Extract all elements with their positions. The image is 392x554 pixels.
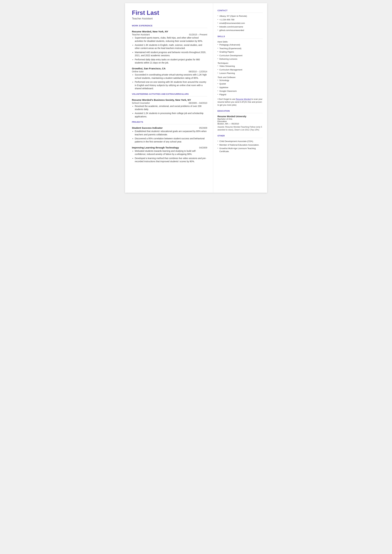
volunteer-1-header-row: Resume Worded's Business Society, New Yo… — [132, 98, 207, 101]
projects-divider — [132, 124, 207, 124]
education-divider — [217, 113, 263, 113]
other-list: Child Development Associate (CDA). Membe… — [217, 140, 263, 153]
promo-link[interactable]: Resume Worded — [236, 98, 251, 100]
other-title: OTHER — [217, 135, 263, 137]
volunteer-1-company: Resume Worded's Business Society, New Yo… — [132, 98, 191, 101]
list-item: Delivering Lectures — [217, 58, 263, 61]
job-1-title-row: Teacher Assistant 01/2015 – Present — [132, 33, 207, 36]
list-item: Assisted 1.2K students in processing the… — [135, 112, 207, 118]
job-2-bullets: Succeeded in coordinating private virtua… — [135, 73, 207, 90]
contact-section: CONTACT Albany, NY (Open to Remote) +1-2… — [217, 9, 263, 32]
contact-item: Albany, NY (Open to Remote) — [217, 15, 263, 18]
job-1-header-row: Resume Worded, New York, NY — [132, 30, 207, 33]
job-2-company: Growthsi, San Francisco, CA — [132, 67, 166, 70]
job-2: Growthsi, San Francisco, CA Online tutor… — [132, 67, 207, 90]
tools-list: Schoology Quizlet Appletree Google Class… — [217, 79, 263, 96]
contact-item: email@resumeworded.com — [217, 22, 263, 25]
applicant-subtitle: Teacher Assistant — [132, 17, 207, 20]
job-2-header-row: Growthsi, San Francisco, CA — [132, 67, 207, 70]
list-item: Resolved the academic, emotional, and so… — [135, 105, 207, 111]
list-item: Appletree — [217, 86, 263, 89]
list-item: Discovered a 95% correlation between stu… — [135, 137, 207, 143]
list-item: Grading Papers — [217, 50, 263, 54]
projects-section: PROJECTS Student Success Indicator 05/20… — [132, 121, 207, 163]
education-title: EDUCATION — [217, 110, 263, 112]
project-1: Student Success Indicator 05/2009 Establ… — [132, 126, 207, 143]
contact-divider — [217, 13, 263, 13]
list-item: Google Classroom — [217, 90, 263, 93]
list-item: Curriculum Development — [217, 54, 263, 57]
list-item: Curriculum Management — [217, 68, 263, 71]
job-1-dates: 01/2015 – Present — [189, 33, 207, 36]
promo-text: • Don't forget to use Resume Worded to s… — [217, 98, 263, 107]
list-item: Developed a learning method that combine… — [135, 157, 207, 163]
list-item: Lesson Planning — [217, 72, 263, 75]
contact-list: Albany, NY (Open to Remote) +1-234-456-7… — [217, 15, 263, 32]
list-item: Quizlet — [217, 83, 263, 85]
edu-location: Boston, MA — 05/2010 — [217, 123, 263, 125]
job-1: Resume Worded, New York, NY Teacher Assi… — [132, 30, 207, 64]
list-item: Flipgrid — [217, 93, 263, 96]
volunteering-title: VOLUNTEERING ACTIVITIES AND EXTRACURRICU… — [132, 93, 207, 95]
list-item: Member of National Education Association… — [217, 144, 263, 147]
job-1-company: Resume Worded, New York, NY — [132, 30, 168, 33]
list-item: Established that students' educational g… — [135, 130, 207, 136]
list-item: Performed daily data entry tasks on stud… — [135, 58, 207, 64]
list-item: Motivated students towards learning and … — [135, 149, 207, 156]
edu-field: Education — [217, 120, 263, 123]
projects-title: PROJECTS — [132, 121, 207, 123]
project-2-title: Improving Learning through Technology — [132, 146, 179, 149]
volunteering-divider — [132, 96, 207, 96]
volunteer-1: Resume Worded's Business Society, New Yo… — [132, 98, 207, 118]
project-1-date: 05/2009 — [199, 127, 207, 129]
list-item: Pedagogy (Advanced) — [217, 43, 263, 46]
job-2-title-row: Online tutor 06/2010 – 12/2014 — [132, 70, 207, 73]
list-item: Performed one-on-one tutoring with 3K st… — [135, 80, 207, 90]
edu-school: Resume Worded University — [217, 115, 263, 118]
list-item: Child Development Associate (CDA). — [217, 140, 263, 143]
skills-title: SKILLS — [217, 35, 263, 38]
job-1-title: Teacher Assistant — [132, 33, 150, 36]
resume-container: First Last Teacher Assistant WORK EXPERI… — [125, 3, 267, 193]
list-item: Video Streaming — [217, 65, 263, 68]
list-item: Growthsi Multi-Age Licensure Teaching Ce… — [217, 147, 263, 153]
volunteer-1-bullets: Resolved the academic, emotional, and so… — [135, 105, 207, 118]
techniques-label: Techniques: — [217, 62, 263, 64]
work-experience-section: WORK EXPERIENCE Resume Worded, New York,… — [132, 25, 207, 90]
project-1-bullets: Established that students' educational g… — [135, 130, 207, 143]
work-experience-divider — [132, 28, 207, 28]
left-column: First Last Teacher Assistant WORK EXPERI… — [125, 3, 213, 193]
skills-section: SKILLS Hard Skills: Pedagogy (Advanced) … — [217, 35, 263, 106]
list-item: Succeeded in coordinating private virtua… — [135, 73, 207, 80]
hard-skills-label: Hard Skills: — [217, 41, 263, 43]
education-section: EDUCATION Resume Worded University Bache… — [217, 110, 263, 131]
other-section: OTHER Child Development Associate (CDA).… — [217, 135, 263, 153]
work-experience-title: WORK EXPERIENCE — [132, 25, 207, 27]
contact-title: CONTACT — [217, 9, 263, 12]
job-1-bullets: Supervised sports teams, clubs, field tr… — [135, 36, 207, 64]
volunteer-1-title: School Counselor — [132, 102, 150, 104]
contact-item: +1-234-456-789 — [217, 18, 263, 21]
volunteer-1-title-row: School Counselor 06/2009 – 04/2010 — [132, 102, 207, 104]
project-2-header: Improving Learning through Technology 04… — [132, 146, 207, 149]
volunteer-1-dates: 06/2009 – 04/2010 — [189, 102, 207, 104]
applicant-name: First Last — [132, 9, 207, 16]
list-item: Schoology — [217, 79, 263, 82]
hard-skills-list: Pedagogy (Advanced) Teaching (Experience… — [217, 43, 263, 61]
list-item: Assisted 1.3K students in English, math,… — [135, 43, 207, 50]
job-2-dates: 06/2010 – 12/2014 — [189, 70, 207, 73]
techniques-list: Video Streaming Curriculum Management Le… — [217, 65, 263, 75]
volunteering-section: VOLUNTEERING ACTIVITIES AND EXTRACURRICU… — [132, 93, 207, 118]
list-item: Supervised sports teams, clubs, field tr… — [135, 36, 207, 43]
contact-item: github.com/resumeworded — [217, 29, 263, 32]
edu-degree: Bachelor of Arts — [217, 118, 263, 120]
project-1-title: Student Success Indicator — [132, 126, 163, 129]
right-column: CONTACT Albany, NY (Open to Remote) +1-2… — [213, 3, 267, 193]
education-block: Resume Worded University Bachelor of Art… — [217, 115, 263, 131]
project-2-date: 04/2009 — [199, 146, 207, 149]
project-1-header: Student Success Indicator 05/2009 — [132, 126, 207, 129]
list-item: Teaching (Experienced) — [217, 47, 263, 50]
project-2: Improving Learning through Technology 04… — [132, 146, 207, 163]
job-2-title: Online tutor — [132, 70, 144, 73]
tools-label: Tools and Software: — [217, 76, 263, 78]
